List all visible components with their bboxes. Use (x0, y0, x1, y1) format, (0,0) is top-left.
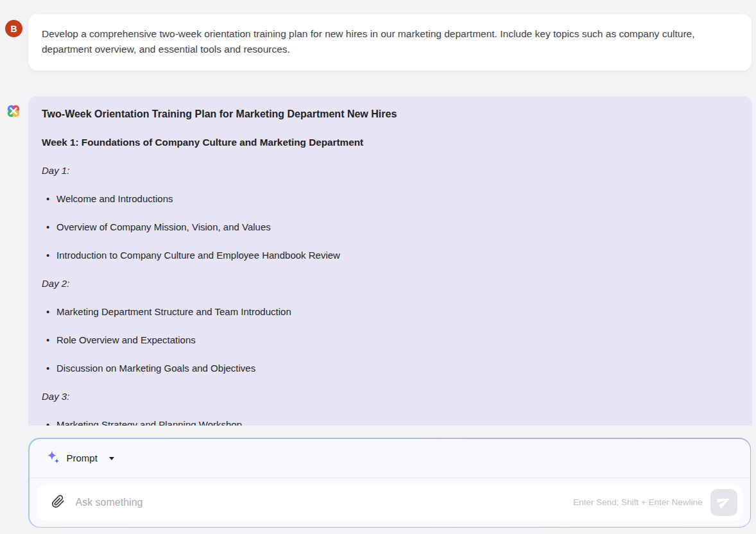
user-message-bubble: Develop a comprehensive two-week orienta… (28, 14, 752, 71)
day1-list: Welcome and Introductions Overview of Co… (42, 192, 733, 263)
day1-label: Day 1: (42, 164, 733, 178)
list-item: Role Overview and Expectations (42, 333, 733, 347)
user-avatar: B (5, 20, 22, 37)
user-avatar-letter: B (10, 24, 17, 34)
plan-title: Two-Week Orientation Training Plan for M… (42, 107, 733, 121)
prompt-mode-dropdown[interactable]: Prompt (30, 439, 750, 478)
assistant-logo-icon (7, 105, 20, 117)
send-shortcut-hint: Enter Send; Shift + Enter Newline (573, 497, 703, 507)
day2-list: Marketing Department Structure and Team … (42, 305, 733, 375)
day3-list: Marketing Strategy and Planning Workshop (42, 418, 733, 426)
send-button[interactable] (710, 489, 737, 516)
assistant-message-bubble: Two-Week Orientation Training Plan for M… (28, 96, 752, 426)
user-message-text: Develop a comprehensive two-week orienta… (42, 26, 707, 57)
prompt-mode-label: Prompt (67, 452, 98, 463)
list-item: Introduction to Company Culture and Empl… (42, 248, 733, 263)
attach-file-button[interactable] (49, 493, 68, 512)
day2-label: Day 2: (42, 277, 733, 291)
list-item: Marketing Department Structure and Team … (42, 305, 733, 319)
sparkle-icon (45, 449, 60, 467)
list-item: Discussion on Marketing Goals and Object… (42, 361, 733, 375)
day3-label: Day 3: (42, 390, 733, 404)
paper-plane-icon (717, 494, 731, 510)
list-item: Marketing Strategy and Planning Workshop (42, 418, 733, 426)
chevron-down-icon (109, 457, 114, 460)
composer-input-row: Enter Send; Shift + Enter Newline (30, 478, 750, 527)
message-input[interactable] (76, 497, 574, 508)
week1-heading: Week 1: Foundations of Company Culture a… (42, 135, 733, 150)
message-input-shell: Enter Send; Shift + Enter Newline (37, 485, 743, 521)
composer-inner: Prompt Enter Send; Shift + Enter Newline (30, 439, 750, 527)
paperclip-icon (51, 495, 65, 510)
composer: Prompt Enter Send; Shift + Enter Newline (28, 438, 751, 528)
list-item: Overview of Company Mission, Vision, and… (42, 220, 733, 234)
list-item: Welcome and Introductions (42, 192, 733, 206)
